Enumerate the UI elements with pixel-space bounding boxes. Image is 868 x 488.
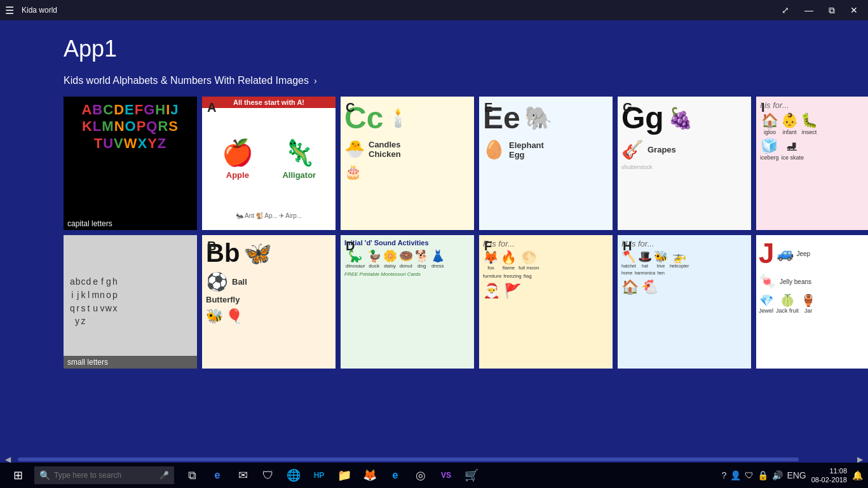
- tile-h-letter: H: [623, 239, 632, 254]
- tile-h-word3: hive: [657, 264, 665, 268]
- tile-j-word4: Jack fruit: [776, 308, 799, 314]
- store-icon: 🛒: [465, 468, 478, 482]
- search-input[interactable]: [54, 471, 156, 480]
- people-icon[interactable]: 👤: [730, 470, 741, 480]
- tile-j-word1: Jelly beans: [780, 278, 811, 285]
- browser2-button[interactable]: 🌐: [282, 463, 305, 488]
- tile-f-word6: flag: [524, 273, 532, 279]
- time-display: 11:08: [811, 466, 847, 475]
- mic-icon[interactable]: 🎤: [159, 471, 169, 480]
- tile-j-word3: Jewel: [759, 308, 773, 314]
- date-display: 08-02-2018: [811, 475, 847, 484]
- tile-f-word5: freezing: [503, 273, 521, 279]
- volume-icon[interactable]: 🔊: [772, 470, 783, 480]
- tile-j-word5: Jar: [804, 308, 813, 314]
- files-icon: 📁: [337, 468, 351, 482]
- tile-i-word2: infant: [782, 129, 796, 135]
- tile-h-word4: helicopter: [670, 264, 689, 268]
- clock: 11:08 08-02-2018: [811, 466, 847, 485]
- tile-f-word2: flame: [503, 265, 515, 271]
- tile-f-letter: F: [484, 239, 492, 254]
- vs-icon: VS: [441, 471, 451, 480]
- tile-h[interactable]: H is for... 🪓 hatchet 🎩 hat 🐝 hive: [618, 235, 751, 369]
- tile-b-word1: Ball: [232, 277, 247, 287]
- antivirus-icon[interactable]: 🔒: [757, 470, 768, 480]
- tile-j-letter-display: J: [759, 238, 774, 269]
- tile-i[interactable]: I is for... 🏠 igloo 👶 infant 🐛 insect: [756, 97, 868, 230]
- tile-small-letters[interactable]: abcdefgh ijklmnop qrstuvwx yz small lett…: [64, 235, 197, 369]
- tile-e[interactable]: Ee 🐘 🥚 Elephant Egg E: [479, 97, 613, 230]
- tile-e-word2: Egg: [509, 150, 544, 159]
- lang-label: ENG: [787, 470, 806, 480]
- tile-d[interactable]: Initial 'd' Sound Activities 🦕 dinosaur …: [341, 235, 474, 369]
- tile-g-letter: G: [623, 100, 633, 115]
- tile-j-word2: Jeep: [796, 250, 810, 257]
- taskview-button[interactable]: ⧉: [180, 463, 203, 488]
- chrome-icon: ◎: [416, 468, 426, 482]
- notification-icon[interactable]: 🔔: [852, 470, 863, 480]
- tile-a-letter: A: [207, 100, 216, 115]
- store-button[interactable]: 🛒: [460, 463, 483, 488]
- edge-button[interactable]: e: [206, 463, 229, 488]
- tile-j[interactable]: J 🚙 Jeep 🍬 Jelly beans 💎 Jewel 🍈 Jack f: [756, 235, 868, 369]
- help-icon[interactable]: ?: [722, 470, 727, 480]
- security-button[interactable]: 🛡: [257, 463, 280, 488]
- scrollbar-area: ◀ ▶: [0, 456, 868, 463]
- section-header[interactable]: Kids world Alphabets & Numbers With Rela…: [64, 75, 804, 86]
- tile-e-word1: Elephant: [509, 140, 544, 150]
- app-area: App1 Kids world Alphabets & Numbers With…: [0, 20, 868, 456]
- tile-i-word1: igloo: [764, 129, 776, 135]
- tiles-grid: ABCDEFGHIJ KLMNOPQRS TUVWXYZ capital let…: [64, 97, 804, 369]
- vs-button[interactable]: VS: [435, 463, 458, 488]
- chevron-icon: ›: [314, 76, 317, 86]
- hamburger-icon[interactable]: ☰: [5, 4, 14, 17]
- search-icon: 🔍: [39, 470, 50, 480]
- search-bar[interactable]: 🔍 🎤: [34, 466, 174, 484]
- hp-icon: HP: [314, 471, 325, 480]
- ie-button[interactable]: e: [384, 463, 407, 488]
- tile-a[interactable]: All these start with A! 🍎 Apple 🦎 Alliga…: [202, 97, 336, 230]
- minimize-icon[interactable]: —: [799, 5, 818, 16]
- taskbar-right: ? 👤 🛡 🔒 🔊 ENG 11:08 08-02-2018 🔔: [722, 466, 863, 485]
- restore-icon[interactable]: ⧉: [824, 5, 840, 16]
- tile-f-word3: full moon: [519, 265, 539, 271]
- tile-capital-letters[interactable]: ABCDEFGHIJ KLMNOPQRS TUVWXYZ capital let…: [64, 97, 197, 230]
- tile-a-title: All these start with A!: [202, 97, 336, 108]
- tile-d-letter: D: [346, 239, 355, 254]
- files-button[interactable]: 📁: [333, 463, 356, 488]
- tile-c[interactable]: Cc 🕯️ 🐣 Candles Chicken 🎂 C: [341, 97, 474, 230]
- tile-h-word1: hatchet: [621, 264, 636, 268]
- tile-f-word1: fox: [487, 265, 494, 271]
- close-icon[interactable]: ✕: [845, 5, 863, 16]
- tile-g[interactable]: Gg 🍇 🎸 Grapes shutterstock G: [618, 97, 751, 230]
- edge-icon: e: [215, 470, 220, 481]
- maximize-icon[interactable]: ⤢: [776, 5, 794, 16]
- ie-icon: e: [393, 470, 398, 481]
- app-name: Kida world: [22, 6, 57, 15]
- tile-i-word3: insect: [802, 129, 817, 135]
- firefox-button[interactable]: 🦊: [358, 463, 381, 488]
- shield-icon[interactable]: 🛡: [745, 470, 754, 480]
- hp-button[interactable]: HP: [308, 463, 330, 488]
- tile-c-word2: Chicken: [369, 149, 401, 159]
- window-controls: ⤢ — ⧉ ✕: [776, 5, 863, 16]
- scrollbar-track[interactable]: [18, 458, 799, 461]
- tile-c-word1: Candles: [369, 140, 401, 149]
- firefox-icon: 🦊: [363, 468, 377, 482]
- sys-icons: ? 👤 🛡 🔒 🔊 ENG: [722, 470, 806, 480]
- tile-c-letter: C: [346, 100, 355, 115]
- taskbar: ⊞ 🔍 🎤 ⧉ e ✉ 🛡 🌐 HP 📁 🦊 e: [0, 463, 868, 488]
- page-title: App1: [64, 36, 804, 62]
- tile-d-title: Initial 'd' Sound Activities: [344, 239, 429, 247]
- section-title: Kids world Alphabets & Numbers With Rela…: [64, 75, 309, 86]
- mail-button[interactable]: ✉: [231, 463, 254, 488]
- start-button[interactable]: ⊞: [5, 463, 31, 488]
- tile-b[interactable]: Bb 🦋 ⚽ Ball Butterfly 🐝 🎈 B: [202, 235, 336, 369]
- chrome-button[interactable]: ◎: [409, 463, 432, 488]
- taskview-icon: ⧉: [188, 469, 196, 482]
- tile-f[interactable]: F is for... 🦊 fox 🔥 flame 🌕 full moon: [479, 235, 613, 369]
- tile-e-letter: E: [484, 100, 492, 115]
- tile-d-sub: FREE Printable Montessori Cards: [344, 271, 421, 277]
- start-icon: ⊞: [13, 468, 23, 482]
- tile-h-word5: home: [621, 271, 633, 275]
